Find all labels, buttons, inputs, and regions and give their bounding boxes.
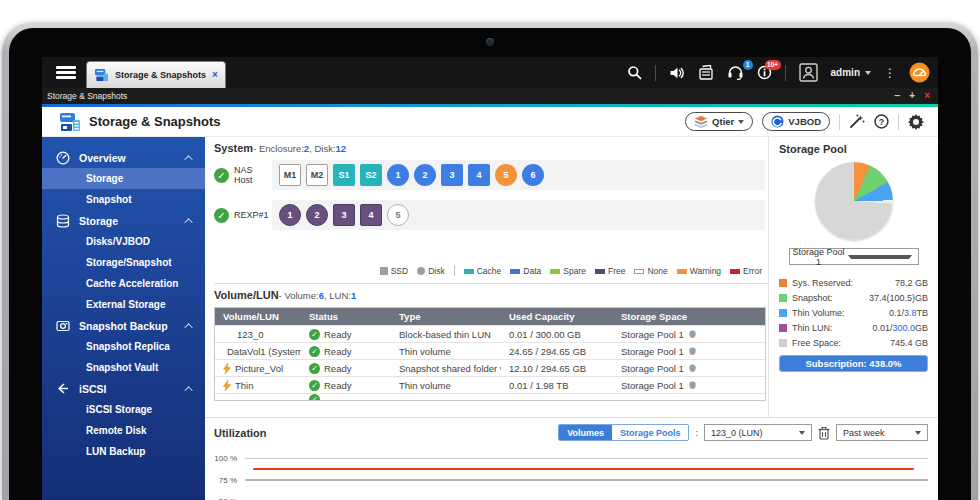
webcam-dot <box>486 38 494 46</box>
help-icon[interactable]: ? <box>874 114 889 129</box>
sidebar-group-overview[interactable]: Overview <box>42 147 205 168</box>
svg-text:?: ? <box>879 117 885 127</box>
bolt-icon <box>223 380 231 391</box>
volume-name: 123_0 <box>237 329 263 340</box>
disk-chip[interactable]: 1 <box>387 164 409 186</box>
sidebar-item-lun-backup[interactable]: LUN Backup <box>42 441 205 462</box>
sidebar-item-storage-snapshot[interactable]: Storage/Snapshot <box>42 252 205 273</box>
window-title: Storage & Snapshots <box>42 91 127 101</box>
tick-100: 100 % <box>205 454 237 463</box>
notifications-icon[interactable]: 1 <box>727 65 744 80</box>
dashboard-gauge-icon[interactable] <box>909 62 930 83</box>
background-tasks-icon[interactable] <box>698 65 714 80</box>
gridline <box>245 458 928 459</box>
tab-close-icon[interactable]: × <box>212 70 218 80</box>
sidebar-item-cache-acceleration[interactable]: Cache Acceleration <box>42 273 205 294</box>
nas-host-row: NAS Host M1 M2 S1 S2 1 2 3 <box>214 160 768 190</box>
disk-chip[interactable]: 3 <box>333 204 355 226</box>
disk-chip[interactable]: S1 <box>333 164 355 186</box>
disk-chip[interactable]: 5 <box>495 164 517 186</box>
disk-chip[interactable]: 5 <box>387 204 409 226</box>
disk-chip[interactable]: M2 <box>306 164 328 186</box>
legend-row: Free Space: 745.4 GB <box>779 335 928 350</box>
legend-label: Spare <box>563 266 586 276</box>
minimize-button[interactable]: − <box>894 90 900 102</box>
pool-selector[interactable]: Storage Pool 1 <box>789 248 919 265</box>
disk-chip[interactable]: 6 <box>522 164 544 186</box>
sidebar-group-snapshot-backup[interactable]: Snapshot Backup <box>42 315 205 336</box>
sidebar: Overview Storage Snapshot Storage Disks/… <box>42 137 205 500</box>
table-row-partial[interactable] <box>215 393 765 400</box>
ssd-swatch <box>380 267 388 275</box>
table-row[interactable]: Picture_Vol Ready Snapshot shared folder… <box>215 359 765 376</box>
sidebar-item-snapshot-vault[interactable]: Snapshot Vault <box>42 357 205 378</box>
disk-label: , Disk: <box>309 143 335 154</box>
nas-host-disk-strip: M1 M2 S1 S2 1 2 3 4 5 6 <box>272 160 765 190</box>
rexp-row: REXP#1 1 2 3 4 5 <box>214 200 768 230</box>
pool-selector-value: Storage Pool 1 <box>790 247 848 267</box>
sidebar-group-iscsi[interactable]: iSCSI <box>42 378 205 399</box>
disk-chip[interactable]: 4 <box>468 164 490 186</box>
toggle-volumes[interactable]: Volumes <box>559 425 612 440</box>
table-row[interactable]: DataVol1 (System) Ready Thin volume 24.6… <box>215 342 765 359</box>
volume-section-title: Volume/LUN - Volume: 6 , LUN: 1 <box>214 289 768 301</box>
disk-chip[interactable]: 2 <box>306 204 328 226</box>
vjbod-button[interactable]: VJBOD <box>762 112 830 131</box>
pool-text: Storage Pool 1 <box>621 346 684 357</box>
table-row[interactable]: Thin Ready Thin volume 0.01 / 1.98 TB St… <box>215 376 765 393</box>
period-select[interactable]: Past week <box>836 424 928 441</box>
page-title: Storage & Snapshots <box>89 114 220 129</box>
used-text: 0.01 / 300.00 GB <box>509 329 581 340</box>
colon-separator: : <box>695 428 698 438</box>
sidebar-item-remote-disk[interactable]: Remote Disk <box>42 420 205 441</box>
table-row[interactable]: 123_0 Ready Block-based thin LUN 0.01 / … <box>215 325 765 342</box>
user-avatar[interactable] <box>799 63 818 82</box>
subscription-button[interactable]: Subscription: 438.0% <box>779 355 928 372</box>
disk-chip[interactable]: 3 <box>441 164 463 186</box>
maximize-button[interactable]: + <box>909 90 915 102</box>
sidebar-item-iscsi-storage[interactable]: iSCSI Storage <box>42 399 205 420</box>
volume-title: Volume/LUN <box>214 289 279 301</box>
disk-chip[interactable]: M1 <box>279 164 301 186</box>
legend-label: Sys. Reserved: <box>792 278 853 288</box>
alerts-icon[interactable]: 10+ <box>757 65 772 80</box>
utilization-title: Utilization <box>214 427 267 439</box>
app-tab[interactable]: Storage & Snapshots × <box>86 61 226 88</box>
enclosure-label: - Enclosure: <box>253 143 304 154</box>
sidebar-item-disks-vjbod[interactable]: Disks/VJBOD <box>42 231 205 252</box>
disk-chip[interactable]: 2 <box>414 164 436 186</box>
trash-icon[interactable] <box>818 426 830 440</box>
search-icon[interactable] <box>627 65 642 80</box>
main-menu-icon[interactable] <box>56 66 76 79</box>
pool-status-icon <box>688 347 697 356</box>
disk-chip[interactable]: 1 <box>279 204 301 226</box>
ready-icon <box>309 394 320 400</box>
toggle-storage-pools[interactable]: Storage Pools <box>612 425 689 440</box>
target-select[interactable]: 123_0 (LUN) <box>704 424 812 441</box>
enclosure-name: REXP#1 <box>234 210 269 220</box>
topbar-separator <box>785 65 786 81</box>
user-menu[interactable]: admin <box>831 67 871 78</box>
recommend-wand-icon[interactable] <box>849 114 865 129</box>
sidebar-item-external-storage[interactable]: External Storage <box>42 294 205 315</box>
system-section-title: System - Enclosure: 2 , Disk: 12 <box>214 142 768 154</box>
sidebar-item-snapshot[interactable]: Snapshot <box>42 189 205 210</box>
volume-table: Volume/LUN Status Type Used Capacity Sto… <box>214 307 766 401</box>
volume-name: DataVol1 (System) <box>227 346 301 357</box>
sidebar-item-storage[interactable]: Storage <box>42 168 205 189</box>
disk-chip[interactable]: 4 <box>360 204 382 226</box>
more-options-icon[interactable]: ⋮ <box>884 68 896 78</box>
sidebar-item-snapshot-replica[interactable]: Snapshot Replica <box>42 336 205 357</box>
tick-75: 75 % <box>205 476 237 485</box>
sidebar-group-storage[interactable]: Storage <box>42 210 205 231</box>
ready-icon <box>309 329 320 340</box>
used-text: 0.01 / 1.98 TB <box>509 380 569 391</box>
status-ok-icon <box>214 168 229 183</box>
qtier-button[interactable]: Qtier <box>685 112 753 131</box>
settings-gear-icon[interactable] <box>908 114 924 130</box>
volume-icon[interactable] <box>669 66 685 80</box>
disk-chip[interactable]: S2 <box>360 164 382 186</box>
close-button[interactable]: × <box>924 90 930 102</box>
lun-count: 1 <box>351 290 356 301</box>
storage-snapshots-icon <box>59 112 81 132</box>
